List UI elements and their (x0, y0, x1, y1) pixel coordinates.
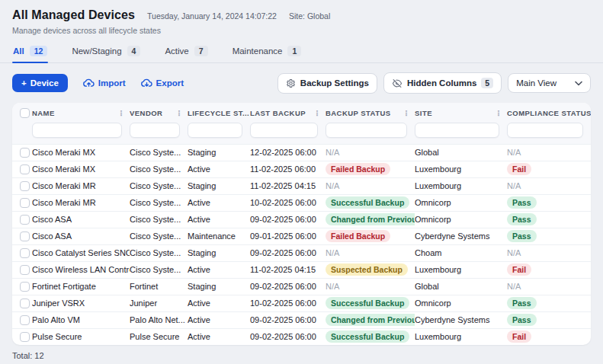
cell-backup_status: Failed Backup (326, 228, 415, 244)
column-menu-icon[interactable]: ⋮ (174, 109, 184, 117)
filter-input-compliance[interactable] (507, 123, 583, 138)
na-value: N/A (507, 248, 521, 257)
status-badge: Successful Backup (326, 196, 409, 209)
import-button[interactable]: Import (83, 78, 126, 88)
column-menu-icon[interactable]: ⋮ (493, 109, 504, 117)
table-row: Cisco Meraki MXCisco Syste...Active11-02… (12, 161, 591, 177)
column-label: BACKUP STATUS (326, 109, 391, 117)
row-checkbox[interactable] (20, 231, 30, 241)
filter-input-vendor[interactable] (130, 123, 180, 138)
row-checkbox[interactable] (20, 198, 30, 208)
view-select-value: Main View (516, 78, 556, 88)
status-badge: Fail (507, 330, 531, 343)
table-row: Cisco Meraki MRCisco Syste...Staging11-0… (12, 177, 591, 194)
cell-last_backup: 09-02-2025 06:00 (250, 211, 326, 228)
row-checkbox[interactable] (20, 148, 30, 158)
filter-input-last_backup[interactable] (250, 123, 318, 138)
table-row: Pulse SecurePulse SecureActive09-02-2025… (12, 328, 591, 345)
cell-backup_status: N/A (326, 278, 415, 295)
cell-lifecycle: Staging (188, 244, 250, 261)
row-checkbox[interactable] (20, 215, 30, 225)
cell-backup_status: N/A (326, 177, 415, 194)
backup-settings-button[interactable]: Backup Settings (277, 73, 377, 94)
table-row: Cisco Wireless LAN ControCisco Syste...A… (12, 261, 591, 278)
export-button[interactable]: Export (141, 78, 184, 88)
cell-compliance: Fail (507, 161, 591, 177)
cell-backup_status: Failed Backup (326, 161, 415, 177)
cell-name: Cisco Meraki MX (32, 161, 130, 177)
na-value: N/A (507, 282, 521, 291)
table-row: Cisco ASACisco Syste...Maintenance09-01-… (12, 228, 591, 244)
cell-last_backup: 11-02-2025 04:15 (250, 177, 326, 194)
table-row: Palo Alto VMPalo Alto Net...Active09-02-… (12, 311, 591, 328)
cell-site: Luxembourg (415, 161, 507, 177)
cell-site: Global (415, 278, 507, 295)
cell-compliance: N/A (507, 177, 591, 194)
column-menu-icon[interactable]: ⋮ (116, 109, 127, 117)
tab-active[interactable]: Active7 (164, 40, 208, 62)
row-checkbox[interactable] (20, 315, 30, 325)
cell-vendor: Cisco Syste... (130, 211, 188, 228)
filter-input-site[interactable] (415, 123, 499, 138)
cell-vendor: Pulse Secure (130, 328, 188, 345)
filter-input-name[interactable] (32, 123, 122, 138)
cell-name: Cisco Meraki MR (32, 177, 130, 194)
cell-lifecycle: Active (188, 311, 250, 328)
na-value: N/A (326, 148, 339, 157)
column-header-compliance: COMPLIANCE STATUS⋮ (507, 103, 591, 120)
column-menu-icon[interactable]: ⋮ (401, 109, 412, 117)
status-badge: Changed from Previous (326, 314, 415, 326)
cell-vendor: Cisco Syste... (130, 228, 188, 244)
tab-label: Maintenance (233, 46, 283, 56)
column-header-last_backup: LAST BACKUP⋮ (250, 103, 326, 120)
cell-lifecycle: Active (188, 261, 250, 278)
cell-site: Luxembourg (415, 177, 507, 194)
cell-name: Palo Alto VM (32, 311, 130, 328)
row-checkbox[interactable] (20, 265, 30, 275)
chevron-down-icon (575, 79, 582, 88)
cell-name: Cisco Meraki MX (32, 144, 130, 161)
cell-vendor: Cisco Syste... (130, 144, 188, 161)
cell-name: Juniper VSRX (32, 295, 130, 311)
cell-lifecycle: Active (188, 194, 250, 211)
cell-vendor: Fortinet (130, 278, 188, 295)
hidden-columns-button[interactable]: Hidden Columns 5 (383, 72, 502, 94)
cell-name: Cisco ASA (32, 211, 130, 228)
filter-input-lifecycle[interactable] (188, 123, 242, 138)
cell-backup_status: Suspected Backup (326, 261, 415, 278)
view-select[interactable]: Main View (508, 73, 591, 93)
cell-vendor: Cisco Syste... (130, 161, 188, 177)
cell-last_backup: 09-02-2025 06:00 (250, 278, 326, 295)
row-checkbox[interactable] (20, 282, 30, 292)
row-checkbox[interactable] (20, 164, 30, 174)
row-checkbox[interactable] (20, 248, 30, 258)
row-checkbox[interactable] (20, 332, 30, 342)
cell-backup_status: Successful Backup (326, 328, 415, 345)
cell-vendor: Cisco Syste... (130, 177, 188, 194)
filter-input-backup_status[interactable] (326, 123, 407, 138)
tab-maintenance[interactable]: Maintenance1 (232, 40, 303, 62)
status-badge: Pass (507, 213, 537, 225)
status-badge: Fail (507, 163, 531, 175)
devices-table: NAME⋮VENDOR⋮LIFECYCLE ST...⋮LAST BACKUP⋮… (12, 103, 591, 345)
add-device-button[interactable]: + Device (12, 74, 68, 92)
cell-last_backup: 12-02-2025 06:00 (250, 144, 326, 161)
row-checkbox[interactable] (20, 299, 30, 308)
table-row: Cisco ASACisco Syste...Active09-02-2025 … (12, 211, 591, 228)
status-badge: Pass (507, 314, 537, 326)
cell-last_backup: 10-02-2025 06:00 (250, 295, 326, 311)
cell-name: Pulse Secure (32, 328, 130, 345)
select-all-checkbox[interactable] (20, 108, 30, 118)
column-menu-icon[interactable]: ⋮ (312, 109, 322, 117)
status-badge: Failed Backup (326, 163, 390, 175)
gear-icon (286, 78, 296, 88)
tab-all[interactable]: All12 (12, 40, 48, 62)
row-checkbox[interactable] (20, 181, 30, 191)
cell-compliance: Pass (507, 211, 591, 228)
cell-lifecycle: Maintenance (188, 228, 250, 244)
cell-name: Cisco ASA (32, 228, 130, 244)
status-badge: Suspected Backup (326, 263, 408, 276)
select-all-cell (12, 103, 32, 120)
tab-new-staging[interactable]: New/Staging4 (71, 40, 141, 62)
cell-vendor: Cisco Syste... (130, 194, 188, 211)
